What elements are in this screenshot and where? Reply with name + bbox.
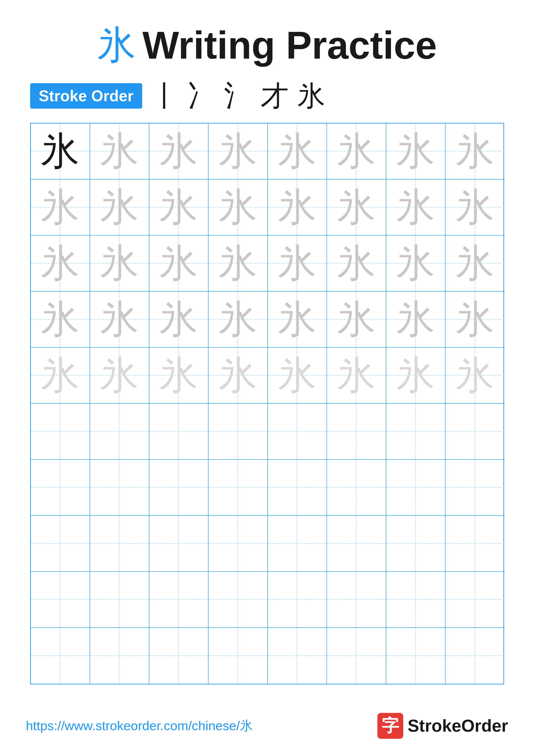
grid-cell-6-7[interactable] [386,404,445,460]
char-display: 氷 [396,132,435,171]
grid-cell-1-8[interactable]: 氷 [445,123,505,179]
grid-cell-6-4[interactable] [209,404,268,460]
grid-cell-5-1[interactable]: 氷 [31,348,90,404]
grid-cell-6-6[interactable] [327,404,386,460]
stroke-step-5: 氷 [297,82,325,110]
grid-cell-5-7[interactable]: 氷 [386,348,445,404]
grid-cell-3-5[interactable]: 氷 [268,235,327,292]
char-display: 氷 [278,300,317,339]
grid-cell-2-3[interactable]: 氷 [149,179,209,235]
grid-cell-1-2[interactable]: 氷 [90,123,149,179]
grid-cell-5-6[interactable]: 氷 [327,348,386,404]
grid-cell-9-6[interactable] [327,572,386,628]
grid-cell-6-5[interactable] [268,404,327,460]
char-display: 氷 [396,244,435,283]
footer-url[interactable]: https://www.strokeorder.com/chinese/氷 [26,717,253,735]
stroke-step-1: 丨 [151,82,179,110]
grid-cell-4-1[interactable]: 氷 [31,292,90,348]
grid-row-5: 氷 氷 氷 氷 氷 氷 氷 氷 [31,348,503,404]
grid-cell-4-7[interactable]: 氷 [386,292,445,348]
char-display: 氷 [159,188,198,227]
grid-cell-1-1[interactable]: 氷 [31,123,90,179]
grid-row-4: 氷 氷 氷 氷 氷 氷 氷 氷 [31,292,503,348]
grid-cell-7-6[interactable] [327,460,386,516]
grid-cell-8-8[interactable] [445,516,505,572]
grid-cell-10-3[interactable] [149,628,209,684]
grid-cell-1-7[interactable]: 氷 [386,123,445,179]
grid-cell-2-8[interactable]: 氷 [445,179,505,235]
grid-cell-2-2[interactable]: 氷 [90,179,149,235]
grid-cell-7-1[interactable] [31,460,90,516]
grid-cell-10-5[interactable] [268,628,327,684]
grid-cell-9-4[interactable] [209,572,268,628]
grid-cell-2-7[interactable]: 氷 [386,179,445,235]
grid-cell-1-3[interactable]: 氷 [149,123,209,179]
grid-cell-4-6[interactable]: 氷 [327,292,386,348]
grid-cell-1-4[interactable]: 氷 [209,123,268,179]
grid-cell-4-8[interactable]: 氷 [445,292,505,348]
grid-cell-1-6[interactable]: 氷 [327,123,386,179]
char-display: 氷 [218,188,257,227]
grid-cell-8-1[interactable] [31,516,90,572]
grid-cell-5-2[interactable]: 氷 [90,348,149,404]
grid-cell-9-7[interactable] [386,572,445,628]
grid-cell-3-8[interactable]: 氷 [445,235,505,292]
grid-cell-2-4[interactable]: 氷 [209,179,268,235]
grid-cell-9-5[interactable] [268,572,327,628]
grid-cell-1-5[interactable]: 氷 [268,123,327,179]
grid-cell-9-3[interactable] [149,572,209,628]
grid-cell-8-5[interactable] [268,516,327,572]
grid-cell-6-3[interactable] [149,404,209,460]
char-display: 氷 [456,244,495,283]
grid-cell-5-3[interactable]: 氷 [149,348,209,404]
grid-cell-8-2[interactable] [90,516,149,572]
grid-cell-3-3[interactable]: 氷 [149,235,209,292]
grid-cell-10-6[interactable] [327,628,386,684]
grid-cell-10-4[interactable] [209,628,268,684]
grid-row-6 [31,404,503,460]
grid-cell-9-1[interactable] [31,572,90,628]
grid-cell-6-1[interactable] [31,404,90,460]
grid-cell-10-1[interactable] [31,628,90,684]
grid-cell-4-4[interactable]: 氷 [209,292,268,348]
grid-cell-7-7[interactable] [386,460,445,516]
grid-cell-4-2[interactable]: 氷 [90,292,149,348]
char-display: 氷 [396,300,435,339]
grid-cell-5-8[interactable]: 氷 [445,348,505,404]
stroke-sequence: 丨 冫 氵 才 氷 [151,82,325,110]
char-display: 氷 [41,356,80,395]
grid-cell-10-8[interactable] [445,628,505,684]
grid-cell-6-8[interactable] [445,404,505,460]
grid-cell-8-3[interactable] [149,516,209,572]
grid-cell-4-3[interactable]: 氷 [149,292,209,348]
grid-cell-8-7[interactable] [386,516,445,572]
grid-cell-2-5[interactable]: 氷 [268,179,327,235]
stroke-order-badge: Stroke Order [30,83,142,109]
grid-cell-9-2[interactable] [90,572,149,628]
grid-cell-7-5[interactable] [268,460,327,516]
practice-grid[interactable]: 氷 氷 氷 氷 氷 氷 氷 氷 [30,123,504,685]
char-display: 氷 [159,300,198,339]
grid-cell-4-5[interactable]: 氷 [268,292,327,348]
grid-cell-3-1[interactable]: 氷 [31,235,90,292]
stroke-step-4: 才 [261,82,289,110]
grid-cell-5-5[interactable]: 氷 [268,348,327,404]
grid-cell-8-4[interactable] [209,516,268,572]
grid-cell-9-8[interactable] [445,572,505,628]
grid-cell-8-6[interactable] [327,516,386,572]
grid-cell-3-2[interactable]: 氷 [90,235,149,292]
grid-cell-7-4[interactable] [209,460,268,516]
grid-cell-3-7[interactable]: 氷 [386,235,445,292]
grid-cell-7-8[interactable] [445,460,505,516]
grid-cell-6-2[interactable] [90,404,149,460]
grid-cell-2-6[interactable]: 氷 [327,179,386,235]
grid-cell-7-2[interactable] [90,460,149,516]
grid-cell-10-7[interactable] [386,628,445,684]
grid-cell-10-2[interactable] [90,628,149,684]
grid-cell-2-1[interactable]: 氷 [31,179,90,235]
grid-cell-3-4[interactable]: 氷 [209,235,268,292]
grid-cell-3-6[interactable]: 氷 [327,235,386,292]
grid-cell-5-4[interactable]: 氷 [209,348,268,404]
grid-cell-7-3[interactable] [149,460,209,516]
stroke-step-3: 氵 [224,82,252,110]
